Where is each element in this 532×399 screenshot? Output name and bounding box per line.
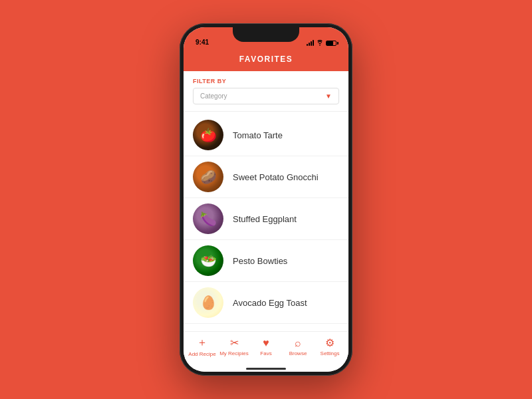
divider	[184, 111, 348, 112]
recipe-name: Stuffed Eggplant	[233, 214, 297, 224]
page-title: FAVORITES	[239, 55, 293, 64]
nav-item-add[interactable]: ＋Add Recipe	[186, 336, 218, 357]
list-item[interactable]: 🥔Sweet Potato Gnocchi	[184, 156, 348, 198]
settings-label: Settings	[321, 350, 340, 356]
notch	[233, 27, 299, 42]
battery-icon	[326, 41, 336, 46]
food-icon: 🥗	[193, 245, 223, 276]
settings-icon: ⚙	[325, 336, 334, 349]
status-time: 9:41	[196, 39, 209, 46]
recipies-icon: ✂	[230, 336, 239, 349]
food-icon: 🥚	[193, 287, 223, 318]
list-item[interactable]: 🥚Avocado Egg Toast	[184, 282, 348, 324]
main-content: FILTER BY Category ▼ 🍅Tomato Tarte🥔Sweet…	[184, 71, 348, 331]
category-dropdown-text: Category	[200, 92, 227, 100]
recipe-name: Avocado Egg Toast	[233, 298, 307, 308]
filter-label: FILTER BY	[193, 78, 339, 84]
recipe-name: Sweet Potato Gnocchi	[233, 172, 319, 182]
category-dropdown[interactable]: Category ▼	[193, 88, 339, 104]
list-item[interactable]: 🍆Stuffed Eggplant	[184, 198, 348, 240]
favs-label: Favs	[260, 350, 271, 356]
wifi-icon	[316, 40, 324, 46]
list-item[interactable]: 🥗Pesto Bowties	[184, 240, 348, 282]
recipe-list: 🍅Tomato Tarte🥔Sweet Potato Gnocchi🍆Stuff…	[184, 114, 348, 331]
svg-point-0	[319, 45, 321, 46]
recipe-name: Pesto Bowties	[233, 256, 287, 266]
phone-screen: 9:41 FAVORITES FILTER BY	[184, 27, 348, 372]
nav-item-browse[interactable]: ⌕Browse	[282, 337, 314, 356]
add-icon: ＋	[197, 336, 207, 350]
food-icon: 🍅	[193, 120, 223, 150]
status-icons	[307, 40, 336, 46]
recipe-thumbnail: 🍆	[193, 203, 223, 234]
recipies-label: My Recipies	[219, 350, 249, 356]
signal-icon	[307, 40, 314, 46]
app-header: FAVORITES	[184, 49, 348, 71]
favs-icon: ♥	[263, 337, 269, 349]
food-icon: 🥔	[193, 162, 223, 192]
home-indicator	[184, 365, 348, 372]
home-bar	[246, 368, 286, 370]
chevron-down-icon: ▼	[325, 92, 332, 100]
phone-frame: 9:41 FAVORITES FILTER BY	[180, 23, 352, 376]
nav-item-settings[interactable]: ⚙Settings	[314, 336, 346, 356]
browse-label: Browse	[289, 350, 307, 356]
recipe-name: Tomato Tarte	[233, 130, 283, 140]
recipe-thumbnail: 🥔	[193, 162, 223, 192]
add-label: Add Recipe	[188, 351, 215, 357]
nav-item-favs[interactable]: ♥Favs	[250, 337, 282, 356]
list-item[interactable]: 🍅Tomato Tarte	[184, 114, 348, 156]
bottom-nav: ＋Add Recipe✂My Recipies♥Favs⌕Browse⚙Sett…	[184, 331, 348, 365]
nav-item-recipies[interactable]: ✂My Recipies	[218, 336, 250, 356]
filter-section: FILTER BY Category ▼	[184, 71, 348, 108]
recipe-thumbnail: 🥗	[193, 245, 223, 276]
recipe-thumbnail: 🥚	[193, 287, 223, 318]
browse-icon: ⌕	[295, 337, 301, 349]
recipe-thumbnail: 🍅	[193, 120, 223, 150]
food-icon: 🍆	[193, 203, 223, 234]
